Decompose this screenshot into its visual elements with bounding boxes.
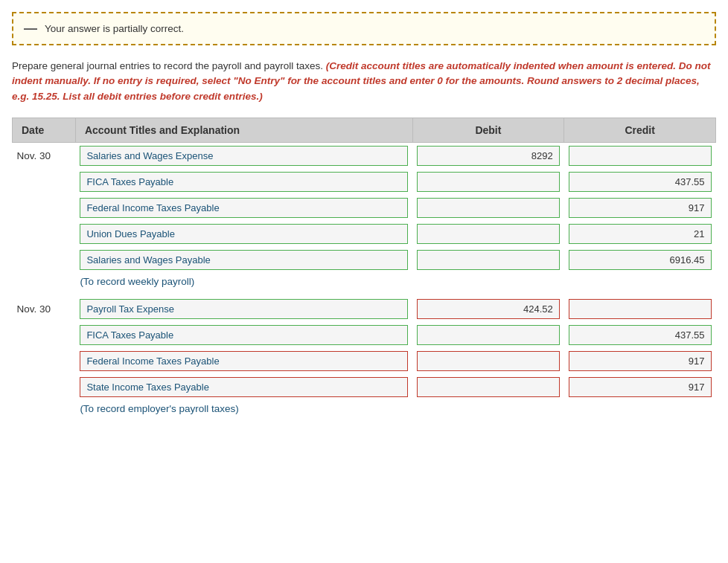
date-cell: [13, 374, 76, 400]
spacer-row: [13, 417, 716, 423]
date-cell: Nov. 30: [13, 296, 76, 322]
credit-input[interactable]: [569, 224, 712, 244]
credit-cell: [564, 247, 716, 273]
account-cell: [75, 195, 412, 221]
account-cell: [75, 348, 412, 374]
credit-input[interactable]: [569, 198, 712, 218]
credit-input[interactable]: [569, 325, 712, 345]
debit-cell: [412, 322, 564, 348]
date-cell: [13, 169, 76, 195]
credit-cell: [564, 195, 716, 221]
debit-input[interactable]: [417, 299, 560, 319]
header-credit: Credit: [564, 118, 716, 142]
alert-icon: —: [24, 21, 37, 36]
alert-banner: — Your answer is partially correct.: [12, 12, 716, 45]
account-input[interactable]: [80, 250, 408, 270]
account-cell: [75, 247, 412, 273]
memo-text: (To record weekly payroll): [75, 273, 715, 290]
credit-cell: [564, 296, 716, 322]
credit-input[interactable]: [569, 299, 712, 319]
date-cell: [13, 195, 76, 221]
debit-input[interactable]: [417, 377, 560, 397]
memo-date-spacer: [13, 400, 76, 417]
debit-cell: [412, 195, 564, 221]
memo-date-spacer: [13, 273, 76, 290]
credit-cell: [564, 322, 716, 348]
date-cell: [13, 348, 76, 374]
instructions-normal: Prepare general journal entries to recor…: [12, 60, 323, 71]
account-input[interactable]: [80, 224, 408, 244]
credit-cell: [564, 374, 716, 400]
account-input[interactable]: [80, 146, 408, 166]
debit-input[interactable]: [417, 172, 560, 192]
account-input[interactable]: [80, 351, 408, 371]
credit-input[interactable]: [569, 146, 712, 166]
account-input[interactable]: [80, 172, 408, 192]
date-cell: [13, 221, 76, 247]
memo-text: (To record employer's payroll taxes): [75, 400, 715, 417]
debit-input[interactable]: [417, 198, 560, 218]
debit-cell: [412, 348, 564, 374]
credit-input[interactable]: [569, 377, 712, 397]
date-cell: [13, 247, 76, 273]
header-date: Date: [13, 118, 76, 142]
credit-input[interactable]: [569, 172, 712, 192]
debit-cell: [412, 247, 564, 273]
credit-cell: [564, 169, 716, 195]
account-cell: [75, 142, 412, 169]
credit-cell: [564, 221, 716, 247]
account-input[interactable]: [80, 325, 408, 345]
credit-input[interactable]: [569, 250, 712, 270]
spacer-row: [13, 290, 716, 296]
debit-input[interactable]: [417, 250, 560, 270]
credit-input[interactable]: [569, 351, 712, 371]
account-input[interactable]: [80, 299, 408, 319]
debit-input[interactable]: [417, 351, 560, 371]
credit-cell: [564, 142, 716, 169]
instructions: Prepare general journal entries to recor…: [12, 59, 716, 104]
debit-cell: [412, 221, 564, 247]
account-cell: [75, 374, 412, 400]
account-cell: [75, 296, 412, 322]
debit-input[interactable]: [417, 224, 560, 244]
account-cell: [75, 221, 412, 247]
account-cell: [75, 322, 412, 348]
debit-cell: [412, 142, 564, 169]
account-input[interactable]: [80, 198, 408, 218]
account-cell: [75, 169, 412, 195]
journal-table: Date Account Titles and Explanation Debi…: [12, 118, 716, 423]
date-cell: Nov. 30: [13, 142, 76, 169]
credit-cell: [564, 348, 716, 374]
debit-cell: [412, 169, 564, 195]
header-account: Account Titles and Explanation: [75, 118, 412, 142]
alert-text: Your answer is partially correct.: [45, 23, 184, 34]
account-input[interactable]: [80, 377, 408, 397]
debit-cell: [412, 296, 564, 322]
debit-cell: [412, 374, 564, 400]
date-cell: [13, 322, 76, 348]
debit-input[interactable]: [417, 325, 560, 345]
header-debit: Debit: [412, 118, 564, 142]
debit-input[interactable]: [417, 146, 560, 166]
